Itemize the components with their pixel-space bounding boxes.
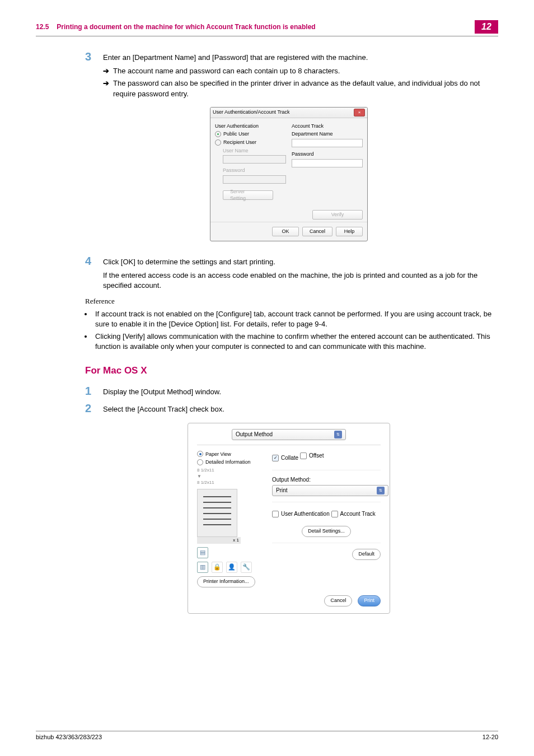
user-icon: 👤 (226, 562, 237, 573)
detail-settings-button[interactable]: Detail Settings... (302, 526, 351, 537)
paper-view-radio[interactable] (197, 451, 203, 457)
chevron-up-down-icon: ⇅ (377, 487, 385, 494)
reference-bullet-2: Clicking [Verify] allows communication w… (93, 332, 493, 352)
step-3-sub1: The account name and password can each c… (113, 66, 340, 76)
copies-badge: x 1 (197, 537, 241, 543)
recipient-user-radio[interactable] (215, 139, 221, 146)
collate-checkbox[interactable]: ✓ (272, 455, 279, 461)
cancel-button[interactable]: Cancel (302, 227, 332, 236)
detailed-info-label: Detailed Information (205, 459, 251, 466)
public-user-label: Public User (223, 130, 249, 138)
ua-password-input (223, 175, 286, 184)
reference-bullet-1: If account track is not enabled on the [… (93, 309, 493, 329)
ua-password-label: Password (223, 167, 286, 174)
step-3-sub2: The password can also be specified in th… (113, 78, 493, 99)
user-name-input (223, 155, 286, 164)
account-track-checkbox[interactable] (331, 511, 338, 517)
output-method-value: Print (276, 487, 288, 494)
arrow-down-icon: ▼ (197, 473, 264, 479)
mac-step-number-2: 2 (85, 403, 103, 414)
dept-name-label: Department Name (292, 130, 363, 138)
wrench-icon: 🔧 (241, 562, 252, 573)
mac-heading: For Mac OS X (85, 364, 493, 377)
chevron-up-down-icon: ⇅ (334, 431, 342, 438)
tray-icon: ▤ (197, 547, 208, 558)
page-preview (197, 489, 237, 537)
ok-button[interactable]: OK (272, 227, 299, 236)
collate-label: Collate (281, 454, 298, 462)
mac-output-method-dialog: Output Method ⇅ Paper View (188, 423, 390, 614)
detailed-info-radio[interactable] (197, 459, 203, 465)
server-setting-button: Server Setting... (223, 190, 273, 200)
paper-view-label: Paper View (205, 451, 231, 458)
section-title: Printing a document on the machine for w… (57, 23, 475, 31)
mac-step-number-1: 1 (85, 385, 103, 397)
default-button[interactable]: Default (352, 549, 381, 560)
section-number: 12.5 (36, 23, 49, 31)
offset-label: Offset (309, 452, 324, 460)
step-number-3: 3 (85, 51, 103, 63)
help-button[interactable]: Help (336, 227, 363, 236)
document-icon: ▥ (197, 562, 208, 573)
arrow-icon: ➔ (103, 66, 113, 76)
mac-step-1-text: Display the [Output Method] window. (103, 385, 493, 397)
mac-print-button[interactable]: Print (358, 595, 381, 606)
account-track-heading: Account Track (292, 123, 363, 130)
step-4-text: Click [OK] to determine the settings and… (103, 257, 493, 267)
arrow-icon: ➔ (103, 78, 113, 88)
printer-info-button[interactable]: Printer Information... (197, 576, 255, 587)
offset-checkbox[interactable] (300, 452, 307, 459)
output-method-select[interactable]: Print ⇅ (272, 485, 388, 496)
user-auth-heading: User Authentication (215, 123, 286, 130)
lock-icon: 🔒 (212, 562, 223, 573)
at-password-input[interactable] (292, 159, 363, 167)
dim-a: 8 1/2x11 (197, 467, 264, 473)
footer-right: 12-20 (483, 734, 498, 740)
user-auth-dialog: User Authentication/Account Track × User… (210, 107, 368, 241)
output-method-label: Output Method: (272, 476, 381, 484)
public-user-radio[interactable] (215, 131, 221, 137)
at-password-label: Password (292, 151, 363, 158)
pane-select-value: Output Method (236, 431, 273, 438)
step-number-4: 4 (85, 255, 103, 291)
footer-left: bizhub 423/363/283/223 (36, 734, 102, 740)
mac-cancel-button[interactable]: Cancel (324, 595, 352, 606)
pane-select[interactable]: Output Method ⇅ (232, 429, 346, 440)
mac-step-2-text: Select the [Account Track] check box. (103, 403, 493, 414)
dept-name-input[interactable] (292, 139, 363, 147)
dialog-title: User Authentication/Account Track (213, 109, 290, 116)
recipient-user-label: Recipient User (223, 139, 256, 146)
user-auth-checkbox[interactable] (272, 511, 279, 517)
step-3-text: Enter an [Department Name] and [Password… (103, 51, 493, 63)
account-track-label: Account Track (340, 510, 376, 518)
reference-heading: Reference (85, 296, 493, 306)
close-icon[interactable]: × (354, 109, 365, 116)
chapter-badge: 12 (475, 20, 498, 34)
step-4-para: If the entered access code is an access … (103, 270, 493, 291)
dim-b: 8 1/2x11 (197, 479, 264, 486)
user-name-label: User Name (223, 147, 286, 155)
user-auth-label: User Authentication (281, 510, 330, 518)
verify-button[interactable]: Verify (312, 210, 363, 220)
